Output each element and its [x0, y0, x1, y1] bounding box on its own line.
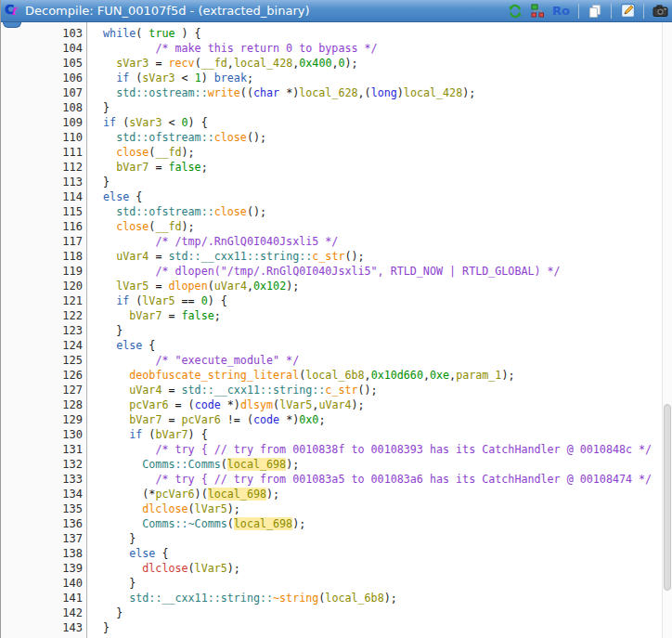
code-text[interactable]: deobfuscate_string_literal(local_6b8,0x1…	[90, 368, 662, 383]
token-vr[interactable]: pcVar6	[182, 413, 221, 426]
token-vr[interactable]: lVar5	[142, 294, 174, 307]
token-fn[interactable]: ~string	[273, 592, 318, 605]
token-fn[interactable]: c_str	[312, 250, 344, 263]
copy-icon[interactable]	[587, 3, 603, 20]
token-pl[interactable]: )	[201, 72, 214, 85]
code-area[interactable]: 103 while( true ) {104 /* make this retu…	[1, 22, 662, 638]
token-cm[interactable]: /* make this return 0 to bypass */	[155, 42, 377, 55]
token-pl[interactable]: =	[162, 384, 181, 397]
token-pl[interactable]: )	[397, 86, 404, 99]
re-decompile-icon[interactable]	[507, 3, 523, 20]
token-vr[interactable]: lVar5	[195, 502, 227, 515]
code-text[interactable]: else {	[90, 338, 662, 353]
code-text[interactable]: bVar7 = false;	[90, 308, 662, 323]
callgraph-icon[interactable]	[529, 3, 546, 20]
token-pl[interactable]: ();	[247, 131, 266, 144]
token-pl[interactable]: }	[129, 577, 136, 590]
code-text[interactable]: /* try { // try from 0010838f to 0010839…	[90, 442, 662, 457]
token-vr[interactable]: __fd	[155, 146, 181, 159]
token-ct[interactable]: 0	[201, 294, 208, 307]
token-kw[interactable]: if	[116, 294, 129, 307]
token-cm[interactable]: /* try { // try from 001083a5 to 001083a…	[155, 473, 652, 486]
token-pl[interactable]: *)	[221, 398, 240, 411]
token-pl[interactable]: ,	[423, 369, 430, 382]
token-fn[interactable]: dlclose	[142, 502, 187, 515]
token-fn[interactable]: c_str	[325, 384, 357, 397]
token-cm[interactable]: /* /tmp/.RnGlQ0I040Jsxli5 */	[155, 235, 338, 248]
token-pl[interactable]: ) {	[208, 294, 227, 307]
edit-icon[interactable]	[619, 3, 636, 20]
token-ct[interactable]: 0x400	[299, 57, 331, 70]
token-pl[interactable]: (	[208, 280, 214, 293]
token-kw[interactable]: if	[116, 72, 129, 85]
token-pl[interactable]: ;	[201, 161, 208, 174]
token-vr[interactable]: sVar3	[142, 72, 174, 85]
token-ns[interactable]: std::ofstream::	[116, 131, 214, 144]
code-text[interactable]: }	[90, 576, 662, 591]
token-pl[interactable]: }	[116, 324, 123, 337]
token-pl[interactable]: (	[221, 458, 227, 471]
token-pl[interactable]: ) {	[175, 27, 201, 40]
token-hl[interactable]: local_698	[227, 458, 286, 471]
token-vr[interactable]: sVar3	[116, 57, 149, 70]
token-pl[interactable]: }	[129, 532, 136, 545]
code-text[interactable]: }	[90, 100, 662, 115]
token-kw[interactable]: if	[103, 116, 116, 129]
token-pl[interactable]: );	[462, 86, 475, 99]
token-vr[interactable]: pcVar6	[129, 398, 168, 411]
code-text[interactable]: std::ofstream::close();	[90, 204, 662, 219]
code-text[interactable]: if (lVar5 == 0) {	[90, 293, 662, 308]
token-pl[interactable]: {	[129, 190, 142, 203]
code-text[interactable]: /* /tmp/.RnGlQ0I040Jsxli5 */	[90, 234, 662, 249]
token-pl[interactable]: ,	[365, 369, 371, 382]
token-vr[interactable]: bVar7	[129, 413, 162, 426]
token-pl[interactable]: ;	[247, 72, 253, 85]
token-pl[interactable]: (	[116, 116, 129, 129]
token-kw[interactable]: else	[103, 190, 129, 203]
token-ct[interactable]: 0	[182, 116, 188, 129]
token-vr[interactable]: sVar3	[129, 116, 162, 129]
code-text[interactable]: uVar4 = std::__cxx11::string::c_str();	[90, 249, 662, 264]
token-ty[interactable]: code	[195, 398, 221, 411]
token-pl[interactable]: =	[149, 280, 168, 293]
token-vr[interactable]: local_6b8	[325, 592, 383, 605]
panel-notch[interactable]	[3, 22, 21, 28]
token-ty[interactable]: long	[371, 86, 397, 99]
code-text[interactable]: std::ostream::write((char *)local_628,(l…	[90, 85, 662, 100]
token-ct[interactable]: false	[182, 309, 214, 322]
token-pl[interactable]: <	[175, 72, 195, 85]
code-text[interactable]: /* try { // try from 001083a5 to 001083a…	[90, 472, 662, 487]
token-pl[interactable]: =	[149, 161, 168, 174]
token-ns[interactable]: Comms::~Comms	[142, 517, 226, 530]
token-vr[interactable]: uVar4	[318, 398, 351, 411]
token-pl[interactable]: != (	[221, 413, 253, 426]
token-pl[interactable]: );	[384, 592, 397, 605]
token-pl[interactable]: ((	[240, 86, 253, 99]
token-pl[interactable]: (	[227, 517, 234, 530]
token-pl[interactable]: )(	[195, 488, 208, 501]
token-ct[interactable]: true	[149, 27, 174, 40]
code-text[interactable]: sVar3 = recv(__fd,local_428,0x400,0);	[90, 56, 662, 71]
token-pl[interactable]: }	[103, 101, 110, 114]
token-fn[interactable]: close	[116, 146, 149, 159]
token-vr[interactable]: lVar5	[279, 398, 312, 411]
code-text[interactable]: uVar4 = std::__cxx11::string::c_str();	[90, 383, 662, 397]
token-pl[interactable]: );	[352, 398, 365, 411]
token-kw[interactable]: while	[103, 27, 136, 40]
code-text[interactable]: else {	[90, 189, 662, 204]
token-fn[interactable]: close	[214, 205, 247, 218]
code-text[interactable]: std::ofstream::close();	[90, 130, 662, 145]
token-cm[interactable]: /* try { // try from 0010838f to 0010839…	[155, 443, 652, 456]
token-pl[interactable]: =	[149, 250, 168, 263]
code-text[interactable]: close(__fd);	[90, 219, 662, 234]
token-cm[interactable]: /* "execute_module" */	[155, 354, 299, 367]
code-text[interactable]: }	[90, 605, 662, 620]
token-vr[interactable]: uVar4	[129, 384, 162, 397]
token-hl[interactable]: local_698	[234, 517, 292, 530]
code-text[interactable]: /* dlopen("/tmp/.RnGlQ0I040Jsxli5", RTLD…	[90, 264, 662, 279]
code-text[interactable]: else {	[90, 546, 662, 561]
token-ct[interactable]: 0x102	[253, 280, 286, 293]
token-pl[interactable]: =	[149, 57, 168, 70]
token-fn[interactable]: recv	[168, 57, 194, 70]
snapshot-camera-icon[interactable]	[652, 3, 668, 20]
